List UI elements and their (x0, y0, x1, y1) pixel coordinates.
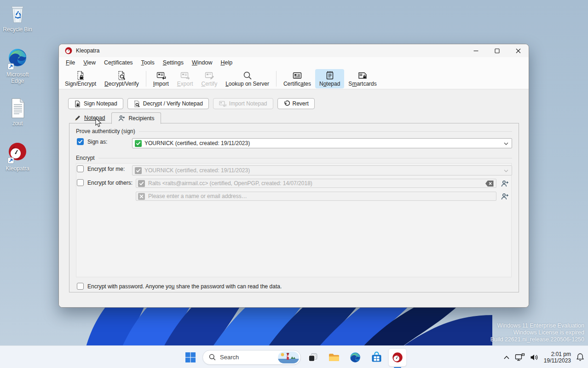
edge-button[interactable] (346, 348, 364, 367)
network-icon[interactable] (515, 353, 525, 362)
search-icon (242, 70, 253, 81)
kleopatra-icon (65, 47, 72, 54)
toolbar-export[interactable]: Export (173, 69, 197, 88)
toolbar-certificates[interactable]: Certificates (279, 69, 315, 88)
menu-certificates[interactable]: Certificates (100, 58, 137, 67)
encrypt-with-password-row: Encrypt with password. Anyone you share … (77, 283, 282, 290)
speaker-icon[interactable] (530, 354, 539, 361)
certified-check-icon-disabled (138, 180, 145, 187)
windows-watermark: Windows 11 Enterprise Evaluation Windows… (490, 322, 584, 343)
recipient-value: Ralts <ralts@airmail.cc> (certified, Ope… (148, 180, 312, 187)
search-icon (209, 354, 216, 361)
recipient-placeholder: Please enter a name or email address… (148, 193, 247, 199)
encrypt-for-others-checkbox[interactable] (77, 179, 84, 186)
desktop-icon-label: Microsoft Edge (0, 71, 35, 84)
clear-backspace-icon[interactable] (485, 181, 494, 187)
task-view-button[interactable] (304, 348, 322, 367)
sign-group-header: Prove authenticity (sign) (76, 128, 512, 134)
menu-view[interactable]: View (79, 58, 100, 67)
check-icon (78, 139, 83, 144)
sign-as-row: Sign as: (77, 138, 107, 145)
toolbar-notepad[interactable]: Notepad (315, 69, 344, 88)
minimize-button[interactable] (465, 44, 486, 57)
person-plus-icon (501, 193, 509, 200)
chevron-down-icon (504, 169, 508, 173)
toolbar-smartcards[interactable]: Smartcards (344, 69, 380, 88)
desktop-icon-label: zout (12, 120, 23, 127)
decrypt-verify-icon (116, 70, 127, 81)
notepad-icon (325, 70, 335, 81)
desktop-icon-zout[interactable]: zout (0, 98, 35, 127)
add-recipient-button[interactable] (500, 179, 510, 188)
notepad-tabs: Notepad Recipients (68, 112, 161, 123)
encrypt-for-others-label: Encrypt for others: (87, 180, 133, 186)
recipient-entry-empty[interactable]: Please enter a name or email address… (136, 192, 496, 201)
certified-check-icon-disabled (135, 167, 142, 174)
decrypt-verify-notepad-button[interactable]: Decrypt / Verify Notepad (127, 98, 209, 109)
pencil-icon (75, 115, 81, 121)
toolbar-certify[interactable]: Certify (197, 69, 221, 88)
edge-icon (7, 48, 28, 70)
desktop-icon-label: Kleopatra (6, 165, 29, 172)
tab-recipients[interactable]: Recipients (111, 112, 161, 124)
sign-as-checkbox[interactable] (77, 138, 84, 145)
menu-settings[interactable]: Settings (159, 58, 188, 67)
file-explorer-button[interactable] (325, 348, 343, 367)
sign-as-combobox[interactable]: YOURNICK (certified, created: 19/11/2023… (132, 138, 512, 148)
toolbar-import[interactable]: Import (149, 69, 173, 88)
desktop-icon-kleopatra[interactable]: Kleopatra (0, 142, 35, 172)
edge-icon (349, 351, 361, 363)
window-title: Kleopatra (76, 47, 99, 54)
encrypt-for-me-value: YOURNICK (certified, created: 19/11/2023… (144, 167, 250, 174)
search-highlight-image[interactable] (278, 351, 299, 363)
person-plus-icon (118, 115, 125, 122)
notifications-bell-icon[interactable] (576, 353, 584, 362)
recipient-entry-filled[interactable]: Ralts <ralts@airmail.cc> (certified, Ope… (136, 179, 496, 188)
encrypt-for-me-combobox[interactable]: YOURNICK (certified, created: 19/11/2023… (132, 165, 512, 175)
encrypt-for-me-row: Encrypt for me: (77, 165, 125, 172)
maximize-button[interactable] (486, 44, 507, 57)
titlebar[interactable]: Kleopatra (59, 44, 529, 57)
microsoft-store-button[interactable] (367, 348, 386, 367)
sign-as-label: Sign as: (87, 139, 107, 145)
tab-notepad[interactable]: Notepad (68, 112, 111, 123)
encrypt-with-password-checkbox[interactable] (77, 283, 84, 290)
menu-tools[interactable]: Tools (137, 58, 159, 67)
search-placeholder: Search (220, 354, 274, 361)
kleopatra-taskbar-button[interactable] (388, 348, 407, 367)
desktop-icon-microsoft-edge[interactable]: Microsoft Edge (0, 48, 35, 84)
windows-logo-icon (185, 352, 196, 363)
tray-time: 2:01 pm (544, 351, 571, 357)
close-button[interactable] (507, 44, 529, 57)
import-icon (156, 70, 166, 81)
search-box[interactable]: Search (202, 350, 301, 365)
encrypt-for-me-checkbox[interactable] (77, 165, 84, 172)
start-button[interactable] (181, 348, 200, 367)
unknown-x-icon (138, 193, 145, 200)
toolbar-decrypt-verify[interactable]: Decrypt/Verify (100, 69, 143, 88)
tray-date: 19/11/2023 (544, 357, 571, 364)
watermark-line: Windows 11 Enterprise Evaluation (490, 322, 584, 329)
menu-help[interactable]: Help (216, 58, 236, 67)
toolbar-lookup-on-server[interactable]: Lookup on Server (221, 69, 273, 88)
tray-chevron-up-icon[interactable] (503, 355, 510, 360)
sign-notepad-button[interactable]: Sign Notepad (68, 98, 123, 109)
maximize-icon (495, 48, 500, 53)
clock[interactable]: 2:01 pm 19/11/2023 (544, 351, 571, 364)
revert-button[interactable]: Revert (277, 98, 315, 109)
menu-window[interactable]: Window (188, 58, 216, 67)
revert-icon (283, 100, 290, 107)
task-view-icon (307, 352, 318, 363)
notepad-actions: Sign Notepad Decrypt / Verify Notepad Im… (68, 98, 315, 109)
toolbar-separator (146, 71, 146, 87)
sign-notepad-icon (74, 100, 81, 107)
menu-file[interactable]: File (62, 58, 79, 67)
add-recipient-button[interactable] (500, 192, 510, 201)
watermark-line: Windows License is expired (490, 329, 584, 336)
taskbar: Search (0, 345, 588, 368)
import-notepad-button[interactable]: Import Notepad (213, 98, 273, 109)
toolbar-separator (276, 71, 277, 87)
certify-icon (204, 70, 214, 81)
toolbar-sign-encrypt[interactable]: Sign/Encrypt (61, 69, 100, 88)
desktop-icon-recycle-bin[interactable]: Recycle Bin (0, 4, 35, 33)
